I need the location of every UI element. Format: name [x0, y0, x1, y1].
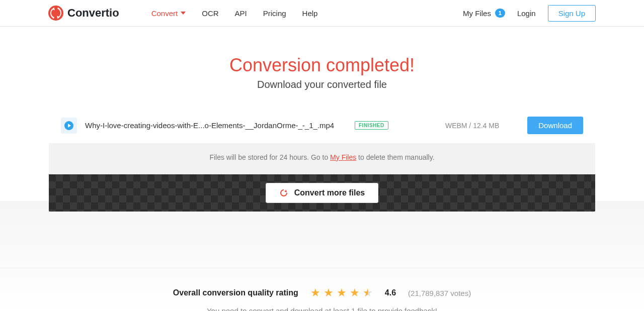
- refresh-icon: [279, 188, 288, 197]
- rating-label: Overall conversion quality rating: [173, 288, 298, 297]
- rating-count: (21,789,837 votes): [408, 289, 471, 297]
- storage-note-suffix: to delete them manually.: [356, 153, 434, 161]
- rating-value: 4.6: [385, 288, 396, 297]
- status-badge: FINISHED: [355, 121, 388, 130]
- convert-more-label: Convert more files: [294, 188, 365, 197]
- storage-note-prefix: Files will be stored for 24 hours. Go to: [209, 153, 330, 161]
- star-icon: ★: [337, 286, 347, 299]
- nav-login[interactable]: Login: [517, 9, 536, 18]
- convert-more-button[interactable]: Convert more files: [266, 183, 378, 203]
- nav-convert[interactable]: Convert: [151, 9, 186, 18]
- nav-api[interactable]: API: [235, 9, 247, 18]
- logo-text: Convertio: [67, 7, 119, 20]
- nav-my-files[interactable]: My Files 1: [463, 9, 505, 18]
- conversion-panel: Why-I-love-creating-videos-with-E...o-El…: [49, 108, 595, 212]
- star-icon: ★: [324, 286, 334, 299]
- download-button[interactable]: Download: [527, 117, 583, 134]
- page-title: Conversion completed!: [0, 55, 644, 76]
- logo-icon: [48, 6, 63, 21]
- star-icon: ★: [350, 286, 360, 299]
- nav-help[interactable]: Help: [302, 9, 318, 18]
- file-name: Why-I-love-creating-videos-with-E...o-El…: [85, 121, 347, 130]
- convert-more-strip: Convert more files: [49, 174, 595, 212]
- rating-note: You need to convert and download at leas…: [0, 306, 644, 311]
- file-meta: WEBM / 12.4 MB: [445, 122, 499, 130]
- file-row: Why-I-love-creating-videos-with-E...o-El…: [49, 108, 595, 143]
- logo[interactable]: Convertio: [48, 6, 119, 21]
- nav-ocr[interactable]: OCR: [202, 9, 218, 18]
- chevron-down-icon: [181, 12, 186, 15]
- nav-convert-label: Convert: [151, 9, 178, 18]
- signup-button[interactable]: Sign Up: [548, 5, 596, 22]
- play-icon: [64, 121, 73, 130]
- play-button[interactable]: [61, 118, 77, 134]
- nav-my-files-label: My Files: [463, 9, 491, 18]
- storage-note: Files will be stored for 24 hours. Go to…: [49, 143, 595, 174]
- star-half-icon: ★★: [363, 286, 373, 299]
- page-subtitle: Download your converted file: [0, 79, 644, 90]
- my-files-badge: 1: [495, 9, 505, 18]
- rating-section: Overall conversion quality rating ★ ★ ★ …: [0, 268, 644, 311]
- rating-stars: ★ ★ ★ ★ ★★: [310, 286, 373, 299]
- nav-pricing[interactable]: Pricing: [263, 9, 286, 18]
- star-icon: ★: [310, 286, 320, 299]
- my-files-link[interactable]: My Files: [330, 153, 356, 161]
